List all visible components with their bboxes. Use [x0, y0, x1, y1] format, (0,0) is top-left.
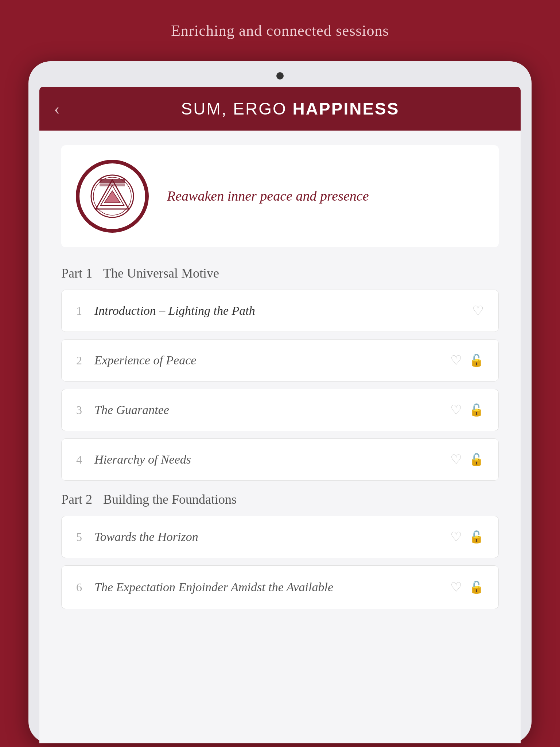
- session-3-icons: ♡ 🔓: [450, 402, 484, 418]
- session-card-2[interactable]: 2 Experience of Peace ♡ 🔓: [61, 339, 499, 382]
- session-title-6: The Expectation Enjoinder Amidst the Ava…: [94, 580, 450, 594]
- session-title-2: Experience of Peace: [94, 353, 450, 367]
- session-number-3: 3: [76, 403, 94, 417]
- app-logo: [76, 160, 149, 233]
- session-number-6: 6: [76, 581, 94, 594]
- session-1-icons: ♡: [472, 303, 484, 318]
- part1-header: Part 1The Universal Motive: [61, 266, 499, 281]
- heart-icon-1[interactable]: ♡: [472, 303, 484, 318]
- session-title-4: Hierarchy of Needs: [94, 453, 450, 467]
- session-card-6[interactable]: 6 The Expectation Enjoinder Amidst the A…: [61, 565, 499, 609]
- lock-icon-4: 🔓: [469, 453, 484, 467]
- session-number-5: 5: [76, 530, 94, 544]
- session-title-1: Introduction – Lighting the Path: [94, 304, 472, 318]
- svg-rect-6: [100, 184, 125, 186]
- title-bold: HAPPINESS: [293, 99, 400, 118]
- heart-icon-4[interactable]: ♡: [450, 452, 462, 467]
- app-header: ‹ SUM, ERGO HAPPINESS: [39, 87, 521, 131]
- session-card-1[interactable]: 1 Introduction – Lighting the Path ♡: [61, 290, 499, 332]
- tagline: Enriching and connected sessions: [171, 22, 389, 39]
- session-5-icons: ♡ 🔓: [450, 529, 484, 545]
- back-button[interactable]: ‹: [54, 100, 60, 117]
- tablet-shell: ‹ SUM, ERGO HAPPINESS: [28, 61, 532, 743]
- title-light: SUM, ERGO: [181, 99, 293, 118]
- session-2-icons: ♡ 🔓: [450, 353, 484, 368]
- heart-icon-3[interactable]: ♡: [450, 402, 462, 418]
- tablet-camera: [276, 72, 284, 80]
- session-card-3[interactable]: 3 The Guarantee ♡ 🔓: [61, 389, 499, 431]
- session-6-icons: ♡ 🔓: [450, 580, 484, 595]
- app-title: SUM, ERGO HAPPINESS: [74, 99, 506, 119]
- heart-icon-5[interactable]: ♡: [450, 529, 462, 545]
- part1-title: The Universal Motive: [103, 266, 219, 280]
- lock-icon-6: 🔓: [469, 580, 484, 594]
- session-4-icons: ♡ 🔓: [450, 452, 484, 467]
- lock-icon-2: 🔓: [469, 353, 484, 367]
- lock-icon-3: 🔓: [469, 403, 484, 417]
- app-screen: ‹ SUM, ERGO HAPPINESS: [39, 87, 521, 743]
- heart-icon-6[interactable]: ♡: [450, 580, 462, 595]
- session-number-4: 4: [76, 453, 94, 467]
- part2-header: Part 2Building the Foundations: [61, 492, 499, 507]
- svg-rect-5: [100, 179, 125, 183]
- part1-label: Part 1: [61, 266, 92, 280]
- heart-icon-2[interactable]: ♡: [450, 353, 462, 368]
- session-number-1: 1: [76, 304, 94, 318]
- lock-icon-5: 🔓: [469, 530, 484, 544]
- hero-subtitle: Reawaken inner peace and presence: [167, 186, 369, 206]
- svg-marker-4: [104, 191, 120, 203]
- session-number-2: 2: [76, 354, 94, 367]
- session-card-4[interactable]: 4 Hierarchy of Needs ♡ 🔓: [61, 438, 499, 481]
- session-card-5[interactable]: 5 Towards the Horizon ♡ 🔓: [61, 516, 499, 558]
- part2-label: Part 2: [61, 492, 92, 507]
- logo-svg: [89, 173, 136, 220]
- session-title-3: The Guarantee: [94, 403, 450, 417]
- part2-title: Building the Foundations: [103, 492, 237, 507]
- session-title-5: Towards the Horizon: [94, 530, 450, 544]
- hero-section: Reawaken inner peace and presence: [61, 145, 499, 247]
- content-area: Reawaken inner peace and presence Part 1…: [39, 131, 521, 743]
